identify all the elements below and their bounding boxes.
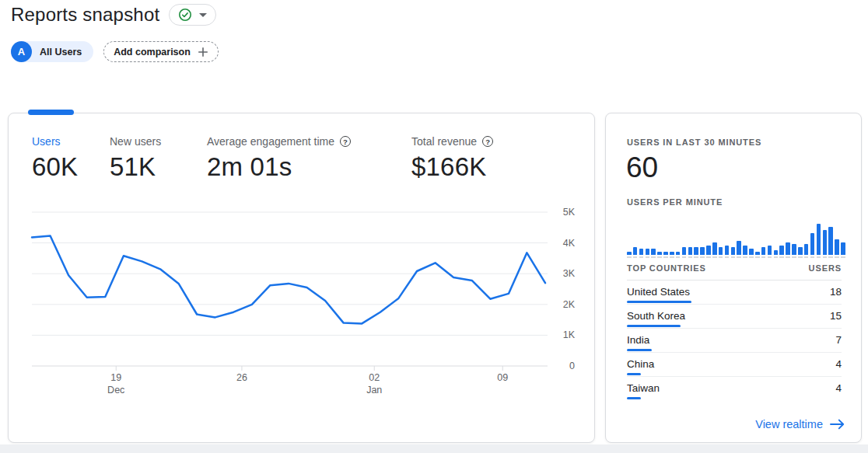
top-countries-rows: United States18South Korea15India7China4… [627,281,842,401]
country-name: Taiwan [627,382,660,394]
metric-label: Average engagement time [207,135,334,148]
metric-avg-engagement-time[interactable]: Average engagement time ? 2m 01s [207,135,411,182]
minute-tick [694,256,698,258]
country-row: United States18 [627,281,842,305]
minute-bar [627,252,632,255]
svg-text:02: 02 [369,372,380,383]
metric-value: $166K [411,152,493,182]
country-bar [627,325,681,327]
minute-bar [786,242,790,255]
minute-bar [828,227,833,255]
users-last-30-value: 60 [626,152,658,184]
country-users: 18 [830,286,842,298]
country-bar [627,301,691,303]
users-last-30-label: USERS IN LAST 30 MINUTES [627,138,761,147]
svg-text:3K: 3K [563,268,576,279]
minute-tick [841,256,845,258]
minute-tick [792,256,796,258]
all-users-chip[interactable]: A All Users [11,41,93,62]
country-users: 7 [835,334,842,346]
bar-chart-axis-ticks [627,256,845,258]
metric-value: 51K [110,152,207,182]
page-title: Reports snapshot [11,4,159,26]
minute-tick [682,256,687,258]
minute-bar [737,241,741,255]
minute-tick [719,256,723,258]
minute-bar [779,246,784,255]
minute-tick [663,256,668,258]
help-icon[interactable]: ? [482,136,493,147]
country-row: South Korea15 [627,305,842,329]
minute-tick [755,256,760,258]
top-countries-table: TOP COUNTRIES USERS United States18South… [627,263,842,401]
minute-tick [731,256,736,258]
svg-text:4K: 4K [563,238,576,249]
all-users-label: All Users [40,47,82,57]
minute-tick [670,256,674,258]
add-comparison-button[interactable]: Add comparison [103,41,219,62]
minute-bar [755,252,760,255]
country-bar [627,349,652,351]
minute-bar [651,249,656,255]
minute-bar [700,247,705,255]
minute-tick [786,256,790,258]
svg-text:Dec: Dec [107,385,124,396]
minute-bar [688,247,693,255]
help-icon[interactable]: ? [340,136,351,147]
minute-tick [737,256,741,258]
add-comparison-label: Add comparison [114,47,191,57]
view-realtime-link[interactable]: View realtime [755,418,845,430]
metric-total-revenue[interactable]: Total revenue ? $166K [411,135,493,182]
plus-icon [198,47,208,57]
metric-users[interactable]: Users 60K [32,135,110,182]
svg-text:26: 26 [236,372,247,383]
minute-tick [712,256,717,258]
minute-bar [682,247,687,255]
minute-tick [676,256,681,258]
minute-bar [817,224,821,255]
minute-tick [700,256,705,258]
metric-new-users[interactable]: New users 51K [110,135,207,182]
users-line-chart: 01K2K3K4K5K19Dec2602Jan09 [9,199,594,409]
svg-text:5K: 5K [563,207,576,218]
country-users: 4 [835,358,842,370]
country-name: India [627,334,649,346]
minute-tick [810,256,815,258]
check-circle-icon [178,8,192,22]
country-row: India7 [627,329,842,353]
minute-bar [804,244,809,255]
comparison-bar: A All Users Add comparison [11,41,219,62]
country-bar [627,397,641,399]
page-header: Reports snapshot [11,4,216,26]
minute-bar [719,247,723,255]
minute-tick [743,256,747,258]
minute-bar [810,233,815,255]
svg-text:2K: 2K [563,299,576,310]
metric-label: Users [32,135,61,148]
minute-bar [792,244,796,255]
country-users: 15 [830,310,842,322]
country-name: China [627,358,654,370]
minute-tick [798,256,803,258]
country-row: China4 [627,353,842,377]
minute-bar [731,247,736,255]
svg-text:1K: 1K [563,329,576,340]
metrics-row: Users 60K New users 51K Average engageme… [32,135,493,182]
report-status-dropdown[interactable] [169,4,216,26]
minute-tick [804,256,809,258]
minute-bar [725,246,730,255]
users-per-minute-bar-chart [627,222,845,255]
minute-bar [768,246,772,255]
metric-value: 2m 01s [207,152,411,182]
minute-tick [657,256,662,258]
svg-text:19: 19 [110,372,121,383]
minute-tick [817,256,821,258]
minute-bar [670,252,674,255]
minute-tick [835,256,839,258]
minute-tick [639,256,644,258]
minute-tick [779,256,784,258]
minute-tick [749,256,754,258]
minute-bar [657,252,662,255]
users-column-header: USERS [809,263,842,273]
realtime-card: USERS IN LAST 30 MINUTES 60 USERS PER MI… [605,113,862,443]
